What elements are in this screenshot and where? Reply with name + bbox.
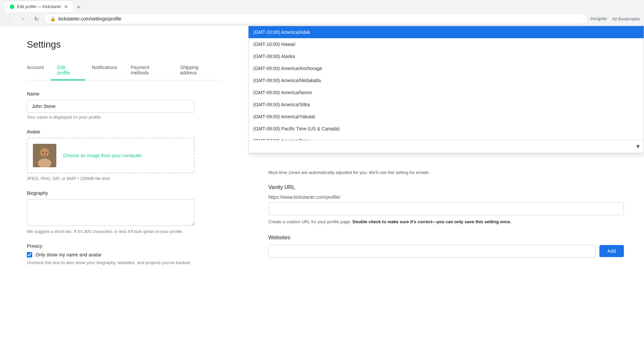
incognito-label: Incognito bbox=[590, 16, 607, 21]
tab-edit-profile[interactable]: Edit profile bbox=[51, 61, 85, 80]
tab-close-icon[interactable]: ✕ bbox=[64, 4, 68, 9]
tab-label: Edit profile — Kickstarter bbox=[17, 4, 61, 9]
websites-label: Websites bbox=[268, 235, 624, 241]
name-field-group: Name Your name is displayed on your prof… bbox=[27, 91, 221, 120]
tab-shipping-address[interactable]: Shipping address bbox=[173, 61, 221, 80]
timezone-hint: Most time zones are automatically adjust… bbox=[268, 170, 624, 175]
timezone-item-0[interactable]: (GMT-10:00) America/Adak bbox=[249, 26, 644, 38]
privacy-checkbox-row: Only show my name and avatar bbox=[27, 252, 221, 257]
avatar-container: Choose an image from your computer bbox=[27, 138, 195, 173]
right-panel: (GMT-10:00) America/Adak(GMT-10:00) Hawa… bbox=[248, 26, 644, 340]
privacy-field-group: Privacy Only show my name and avatar Unc… bbox=[27, 243, 221, 265]
incognito-area: Incognito bbox=[590, 16, 607, 21]
name-hint: Your name is displayed on your profile. bbox=[27, 115, 221, 120]
timezone-item-5[interactable]: (GMT-09:00) America/Nome bbox=[249, 86, 644, 99]
biography-input[interactable] bbox=[27, 199, 195, 226]
reload-button[interactable]: ↻ bbox=[31, 13, 42, 24]
name-input[interactable] bbox=[27, 100, 195, 113]
biography-label: Biography bbox=[27, 190, 221, 196]
right-content: Most time zones are automatically adjust… bbox=[268, 170, 624, 257]
new-tab-button[interactable]: + bbox=[74, 3, 83, 12]
bookmarks-label: All Bookmarks bbox=[612, 16, 640, 21]
tab-bar: Edit profile — Kickstarter ✕ + bbox=[0, 0, 644, 12]
vanity-prefix: https://www.kickstarter.com/profile/ bbox=[268, 194, 624, 200]
tab-payment-methods[interactable]: Payment methods bbox=[124, 61, 173, 80]
svg-point-5 bbox=[46, 152, 47, 154]
timezone-item-1[interactable]: (GMT-10:00) Hawaii bbox=[249, 38, 644, 50]
forward-button[interactable]: → bbox=[17, 13, 28, 24]
timezone-item-6[interactable]: (GMT-09:00) America/Sitka bbox=[249, 99, 644, 111]
url-text: kickstarter.com/settings/profile bbox=[58, 16, 121, 21]
timezone-search-row: ▼ bbox=[249, 140, 644, 153]
privacy-hint: Uncheck this box to also show your biogr… bbox=[27, 260, 221, 265]
vanity-note-part1: Create a custom URL for your profile pag… bbox=[268, 219, 351, 224]
avatar-upload-link[interactable]: Choose an image from your computer bbox=[63, 153, 142, 158]
timezone-item-9[interactable]: (GMT-07:00) America/Boise bbox=[249, 135, 644, 140]
settings-tabs: Account Edit profile Notifications Payme… bbox=[27, 61, 221, 80]
avatar-field-group: Avatar Choose an image from yo bbox=[27, 129, 221, 181]
tab-notifications[interactable]: Notifications bbox=[85, 61, 124, 80]
address-bar-row: ← → ↻ 🔒 kickstarter.com/settings/profile… bbox=[0, 12, 644, 25]
svg-point-3 bbox=[40, 148, 49, 157]
active-tab[interactable]: Edit profile — Kickstarter ✕ bbox=[4, 1, 74, 12]
timezone-item-7[interactable]: (GMT-09:00) America/Yakutat bbox=[249, 111, 644, 123]
vanity-note-part2: Double check to make sure it's correct—y… bbox=[353, 219, 511, 224]
timezone-list[interactable]: (GMT-10:00) America/Adak(GMT-10:00) Hawa… bbox=[249, 26, 644, 140]
websites-row: Add bbox=[268, 245, 624, 257]
page-content: Settings Account Edit profile Notificati… bbox=[0, 26, 644, 340]
privacy-checkbox-label[interactable]: Only show my name and avatar bbox=[36, 252, 102, 257]
avatar-image bbox=[33, 144, 56, 167]
timezone-item-2[interactable]: (GMT-09:00) Alaska bbox=[249, 50, 644, 62]
privacy-label: Privacy bbox=[27, 243, 221, 249]
timezone-item-3[interactable]: (GMT-09:00) America/Anchorage bbox=[249, 62, 644, 74]
tab-account[interactable]: Account bbox=[27, 61, 51, 80]
browser-chrome: Edit profile — Kickstarter ✕ + ← → ↻ 🔒 k… bbox=[0, 0, 644, 26]
svg-point-4 bbox=[42, 152, 44, 154]
vanity-url-group: Vanity URL https://www.kickstarter.com/p… bbox=[268, 184, 624, 225]
back-button[interactable]: ← bbox=[4, 13, 15, 24]
tab-favicon bbox=[10, 4, 14, 9]
avatar-hint: JPEG, PNG, GIF, or BMP • 200MB file limi… bbox=[27, 176, 221, 181]
timezone-item-8[interactable]: (GMT-08:00) Pacific Time (US & Canada) bbox=[249, 123, 644, 135]
lock-icon: 🔒 bbox=[50, 16, 56, 21]
privacy-checkbox[interactable] bbox=[27, 252, 32, 257]
avatar-label: Avatar bbox=[27, 129, 221, 134]
vanity-url-input[interactable] bbox=[268, 202, 624, 215]
dropdown-arrow-icon[interactable]: ▼ bbox=[632, 140, 644, 153]
name-label: Name bbox=[27, 91, 221, 97]
vanity-url-label: Vanity URL bbox=[268, 184, 624, 190]
website-url-input[interactable] bbox=[268, 245, 595, 257]
vanity-note: Create a custom URL for your profile pag… bbox=[268, 219, 624, 225]
timezone-dropdown: (GMT-10:00) America/Adak(GMT-10:00) Hawa… bbox=[248, 26, 644, 153]
address-bar[interactable]: 🔒 kickstarter.com/settings/profile bbox=[44, 13, 588, 24]
timezone-search-input[interactable] bbox=[249, 141, 632, 153]
timezone-item-4[interactable]: (GMT-09:00) America/Metlakatla bbox=[249, 74, 644, 86]
left-panel: Settings Account Edit profile Notificati… bbox=[0, 26, 248, 340]
biography-field-group: Biography We suggest a short bio. If it'… bbox=[27, 190, 221, 234]
biography-hint: We suggest a short bio. If it's 300 char… bbox=[27, 229, 221, 234]
websites-group: Websites Add bbox=[268, 235, 624, 257]
page-title: Settings bbox=[27, 39, 221, 50]
add-website-button[interactable]: Add bbox=[599, 245, 624, 257]
